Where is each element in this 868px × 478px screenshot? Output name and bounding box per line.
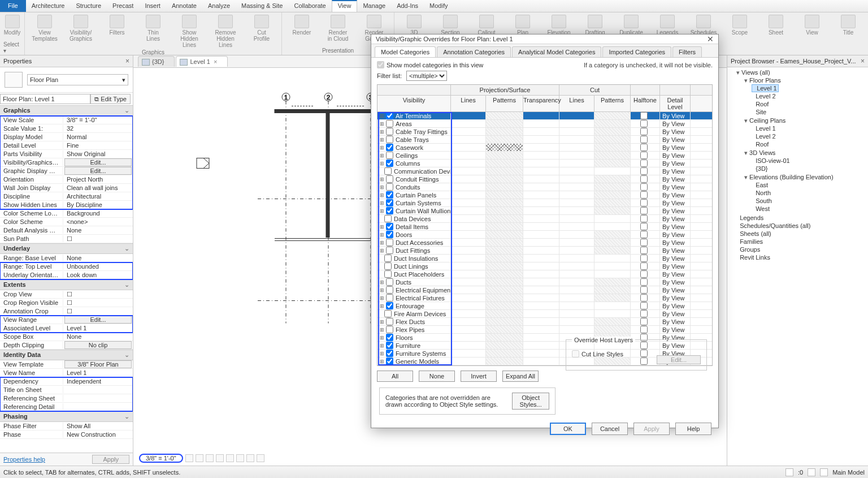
- ok-button[interactable]: OK: [550, 423, 586, 435]
- tree-item[interactable]: Roof: [752, 141, 769, 148]
- tree-item[interactable]: {3D}: [752, 165, 768, 172]
- status-icon[interactable]: [785, 468, 793, 476]
- prop-row[interactable]: Annotation Crop: [0, 307, 133, 316]
- type-selector[interactable]: Floor Plan▾: [27, 74, 128, 85]
- tree-item[interactable]: Roof: [752, 101, 769, 107]
- category-row[interactable]: ⊞ Curtain Wall MullionsBy View: [377, 207, 712, 215]
- prop-row[interactable]: Visibility/Graphics Overr...Edit...: [0, 158, 133, 167]
- prop-row[interactable]: Crop View: [0, 290, 133, 299]
- menu-architecture[interactable]: Architecture: [26, 0, 71, 12]
- tree-item[interactable]: Legends: [736, 214, 763, 221]
- menu-file[interactable]: File: [0, 0, 26, 12]
- close-icon[interactable]: ✕: [707, 35, 714, 44]
- properties-help-link[interactable]: Properties help: [3, 456, 45, 463]
- tree-item[interactable]: Families: [736, 238, 763, 245]
- ribbon-btn[interactable]: Drafting: [579, 14, 611, 37]
- category-row[interactable]: ⊞ Flex DuctsBy View: [377, 318, 712, 326]
- menu-analyze[interactable]: Analyze: [202, 0, 236, 12]
- prop-row[interactable]: Show Hidden LinesBy Discipline: [0, 201, 133, 209]
- crop-icon[interactable]: [226, 454, 234, 462]
- close-icon[interactable]: ×: [125, 57, 129, 65]
- ribbon-btn[interactable]: Schedules: [687, 14, 720, 37]
- ribbon-btn[interactable]: ViewTemplates: [28, 14, 61, 43]
- prop-row[interactable]: Default Analysis Display ...None: [0, 226, 133, 235]
- tree-item[interactable]: 3D Views: [744, 149, 775, 156]
- menu-modify[interactable]: Modify: [424, 0, 453, 12]
- tree-item[interactable]: Ceiling Plans: [744, 117, 785, 124]
- category-row[interactable]: ⊞ Electrical FixturesBy View: [377, 294, 712, 302]
- ribbon-btn[interactable]: Legends: [651, 14, 684, 37]
- tree-item[interactable]: Elevations (Building Elevation): [744, 174, 834, 180]
- view-tab[interactable]: Level 1×: [176, 56, 228, 67]
- menu-insert[interactable]: Insert: [139, 0, 166, 12]
- menu-addins[interactable]: Add-Ins: [391, 0, 424, 12]
- ribbon-btn[interactable]: ThinLines: [137, 14, 170, 43]
- ribbon-btn[interactable]: Callout: [470, 14, 503, 37]
- tree-item[interactable]: South: [752, 197, 772, 204]
- category-row[interactable]: ⊞ ColumnsBy View: [377, 160, 712, 167]
- help-button[interactable]: Help: [675, 423, 711, 435]
- visual-style-icon[interactable]: [196, 454, 203, 462]
- prop-row[interactable]: DependencyIndependent: [0, 377, 133, 386]
- prop-row[interactable]: Title on Sheet: [0, 386, 133, 394]
- prop-row[interactable]: Referencing Detail: [0, 403, 133, 411]
- category-row[interactable]: ⊞ Cable Tray FittingsBy View: [377, 128, 712, 136]
- sun-path-icon[interactable]: [206, 454, 214, 462]
- category-row[interactable]: Duct InsulationsBy View: [377, 255, 712, 262]
- view-scale[interactable]: 3/8" = 1'-0": [139, 454, 183, 463]
- menu-annotate[interactable]: Annotate: [166, 0, 202, 12]
- tree-item[interactable]: Sheets (all): [736, 230, 771, 237]
- menu-massingsite[interactable]: Massing & Site: [236, 0, 288, 12]
- category-row[interactable]: ⊞ Electrical EquipmentBy View: [377, 286, 712, 294]
- grid-invert-button[interactable]: Invert: [461, 371, 497, 382]
- category-row[interactable]: Communication Devi...By View: [377, 167, 712, 175]
- prop-row[interactable]: Range: Base LevelNone: [0, 254, 133, 262]
- close-icon[interactable]: ×: [861, 57, 865, 65]
- detail-level-icon[interactable]: [185, 454, 193, 462]
- tree-item[interactable]: East: [752, 182, 768, 188]
- category-row[interactable]: ⊞ Duct AccessoriesBy View: [377, 239, 712, 247]
- menu-structure[interactable]: Structure: [70, 0, 107, 12]
- prop-row[interactable]: View NameLevel 1: [0, 369, 133, 377]
- grid-all-button[interactable]: All: [377, 371, 413, 382]
- ribbon-btn[interactable]: Filters: [101, 14, 133, 37]
- reveal-icon[interactable]: [257, 454, 264, 462]
- category-row[interactable]: ⊞ AreasBy View: [377, 120, 712, 128]
- dialog-tab[interactable]: Annotation Categories: [437, 46, 511, 57]
- status-icon[interactable]: [808, 468, 815, 476]
- category-row[interactable]: ⊞ ConduitsBy View: [377, 183, 712, 191]
- tree-item[interactable]: West: [752, 205, 770, 212]
- prop-row[interactable]: Detail LevelFine: [0, 141, 133, 150]
- prop-row[interactable]: Depth ClippingNo clip: [0, 341, 133, 350]
- prop-row[interactable]: Crop Region Visible: [0, 299, 133, 307]
- grid-expand-all-button[interactable]: Expand All: [502, 371, 539, 382]
- tree-item[interactable]: Level 2: [752, 93, 776, 100]
- category-row[interactable]: ⊞ DoorsBy View: [377, 231, 712, 239]
- prop-row[interactable]: Underlay OrientationLook down: [0, 271, 133, 279]
- category-row[interactable]: ⊞ Cable TraysBy View: [377, 136, 712, 144]
- show-categories-check[interactable]: Show model categories in this view: [377, 61, 483, 68]
- tree-item[interactable]: Site: [752, 109, 766, 115]
- cancel-button[interactable]: Cancel: [592, 423, 628, 435]
- prop-row[interactable]: Graphic Display OptionsEdit...: [0, 167, 133, 175]
- prop-row[interactable]: Color Scheme<none>: [0, 218, 133, 226]
- prop-row[interactable]: Associated LevelLevel 1: [0, 324, 133, 333]
- category-row[interactable]: ⊞ Conduit FittingsBy View: [377, 175, 712, 183]
- dialog-tab[interactable]: Filters: [672, 46, 702, 57]
- prop-row[interactable]: Color Scheme LocationBackground: [0, 209, 133, 218]
- ribbon-btn[interactable]: Title: [832, 14, 865, 37]
- menu-collaborate[interactable]: Collaborate: [288, 0, 331, 12]
- category-row[interactable]: Duct PlaceholdersBy View: [377, 270, 712, 278]
- crop-region-icon[interactable]: [236, 454, 244, 462]
- grid-none-button[interactable]: None: [419, 371, 455, 382]
- category-row[interactable]: ⊞ Curtain SystemsBy View: [377, 199, 712, 207]
- ribbon-btn[interactable]: RemoveHidden Lines: [209, 14, 242, 49]
- category-row[interactable]: ⊞ Curtain PanelsBy View: [377, 191, 712, 199]
- prop-row[interactable]: Wall Join DisplayClean all wall joins: [0, 184, 133, 192]
- modify-tool[interactable]: Modify: [0, 14, 29, 37]
- tree-item[interactable]: Views (all): [736, 69, 770, 76]
- category-row[interactable]: ⊞ EntourageBy View: [377, 302, 712, 310]
- prop-row[interactable]: Phase FilterShow All: [0, 422, 133, 430]
- category-row[interactable]: ⊞ Duct FittingsBy View: [377, 247, 712, 255]
- menu-precast[interactable]: Precast: [107, 0, 139, 12]
